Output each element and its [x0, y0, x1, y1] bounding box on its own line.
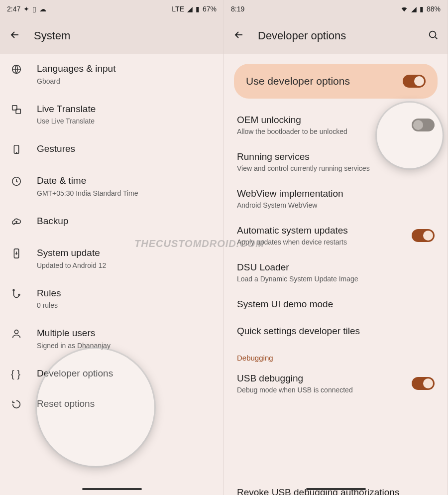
dev-item-auto-updates[interactable]: Automatic system updates Apply updates w…	[224, 217, 448, 254]
item-title: WebView implementation	[237, 188, 435, 199]
dev-item-dsu-loader[interactable]: DSU Loader Load a Dynamic System Update …	[224, 254, 448, 291]
battery-icon: ▮	[196, 5, 200, 13]
settings-item-developer-options[interactable]: { } Developer options	[0, 359, 224, 389]
item-title: OEM unlocking	[237, 115, 435, 125]
signal-icon: ◢	[411, 5, 417, 13]
settings-item-languages[interactable]: Languages & inputGboard	[0, 54, 224, 94]
oem-unlocking-toggle[interactable]	[412, 119, 435, 131]
back-icon[interactable]	[9, 29, 21, 43]
item-title: Gestures	[37, 143, 213, 155]
item-sub: Android System WebView	[237, 201, 435, 209]
item-sub: Apply updates when device restarts	[237, 238, 435, 246]
dev-item-quick-settings-tiles[interactable]: Quick settings developer tiles	[224, 318, 448, 345]
system-settings-screen: 2:47 ✦ ▯ ☁ LTE ◢ ▮ 67% System Languages …	[0, 0, 224, 495]
nav-handle[interactable]	[306, 488, 366, 490]
item-title: Languages & input	[37, 63, 213, 75]
item-title: System UI demo mode	[237, 299, 435, 310]
signal-icon: ◢	[187, 5, 193, 13]
translate-icon	[11, 104, 22, 117]
item-sub: 0 rules	[37, 301, 213, 309]
settings-item-multiple-users[interactable]: Multiple usersSigned in as Dhananjay	[0, 318, 224, 359]
usb-debugging-toggle[interactable]	[412, 377, 435, 390]
item-sub: Allow the bootloader to be unlocked	[237, 127, 435, 135]
item-title: Live Translate	[37, 103, 213, 116]
use-developer-options-hero[interactable]: Use developer options	[234, 64, 438, 99]
status-bar: 2:47 ✦ ▯ ☁ LTE ◢ ▮ 67%	[0, 0, 224, 18]
wifi-icon	[400, 5, 408, 13]
svg-point-6	[18, 294, 20, 295]
status-bar: 8:19 ◢ ▮ 88%	[224, 0, 448, 18]
braces-icon: { }	[11, 369, 20, 380]
person-icon	[11, 328, 22, 341]
developer-options-screen: 8:19 ◢ ▮ 88% Developer options Use devel…	[224, 0, 448, 495]
fan-icon: ✦	[23, 5, 29, 13]
item-title: Developer options	[37, 368, 213, 380]
svg-point-8	[14, 330, 18, 334]
update-phone-icon	[11, 248, 22, 261]
battery-label: 88%	[427, 5, 441, 13]
battery-icon: ▮	[420, 5, 424, 13]
rules-icon	[11, 288, 22, 301]
dev-item-oem-unlocking[interactable]: OEM unlocking Allow the bootloader to be…	[224, 107, 448, 143]
dev-item-system-ui-demo[interactable]: System UI demo mode	[224, 291, 448, 318]
search-icon[interactable]	[428, 29, 439, 42]
app-bar: System	[0, 18, 224, 54]
item-sub: GMT+05:30 India Standard Time	[37, 189, 213, 197]
settings-item-backup[interactable]: Backup	[0, 206, 224, 238]
clock-icon	[11, 176, 22, 189]
cloud-icon: ☁	[39, 5, 46, 13]
nav-handle[interactable]	[82, 488, 142, 490]
settings-item-gestures[interactable]: Gestures	[0, 134, 224, 166]
item-title: Date & time	[37, 175, 213, 187]
item-title: Rules	[37, 287, 213, 300]
cloud-up-icon	[11, 216, 22, 229]
item-title: Quick settings developer tiles	[237, 326, 435, 337]
auto-updates-toggle[interactable]	[412, 229, 435, 242]
phone-icon: ▯	[32, 5, 36, 13]
use-developer-options-toggle[interactable]	[403, 75, 426, 88]
gesture-icon	[11, 144, 22, 157]
item-sub: View and control currently running servi…	[237, 164, 435, 172]
item-sub: Use Live Translate	[37, 117, 213, 125]
item-sub: Updated to Android 12	[37, 261, 213, 269]
dev-item-webview[interactable]: WebView implementation Android System We…	[224, 180, 448, 217]
item-title: System update	[37, 247, 213, 259]
section-debugging: Debugging	[224, 345, 448, 365]
app-bar: Developer options	[224, 18, 448, 54]
battery-label: 67%	[203, 5, 217, 13]
item-sub: Signed in as Dhananjay	[37, 342, 213, 350]
settings-item-date-time[interactable]: Date & timeGMT+05:30 India Standard Time	[0, 166, 224, 206]
settings-item-reset-options[interactable]: Reset options	[0, 389, 224, 421]
globe-icon	[11, 64, 22, 77]
item-sub: Load a Dynamic System Update Image	[237, 275, 435, 283]
item-sub: Debug mode when USB is connected	[237, 386, 435, 394]
item-sub: Gboard	[37, 77, 213, 85]
item-title: Backup	[37, 215, 213, 228]
settings-item-rules[interactable]: Rules0 rules	[0, 278, 224, 319]
item-title: Multiple users	[37, 327, 213, 340]
status-time: 8:19	[231, 5, 244, 13]
page-title: Developer options	[258, 29, 346, 42]
item-title: Running services	[237, 151, 435, 162]
settings-item-system-update[interactable]: System updateUpdated to Android 12	[0, 238, 224, 278]
reset-icon	[11, 399, 22, 412]
network-label: LTE	[172, 5, 184, 13]
hero-title: Use developer options	[246, 75, 403, 87]
status-time: 2:47	[7, 5, 20, 13]
dev-item-usb-debugging[interactable]: USB debugging Debug mode when USB is con…	[224, 365, 448, 402]
dev-item-running-services[interactable]: Running services View and control curren…	[224, 143, 448, 180]
settings-item-live-translate[interactable]: Live TranslateUse Live Translate	[0, 94, 224, 134]
svg-point-9	[430, 31, 436, 38]
item-title: USB debugging	[237, 373, 435, 384]
page-title: System	[34, 29, 70, 42]
item-title: DSU Loader	[237, 262, 435, 273]
item-title: Automatic system updates	[237, 225, 435, 236]
item-title: Reset options	[37, 398, 213, 410]
back-icon[interactable]	[233, 29, 245, 43]
